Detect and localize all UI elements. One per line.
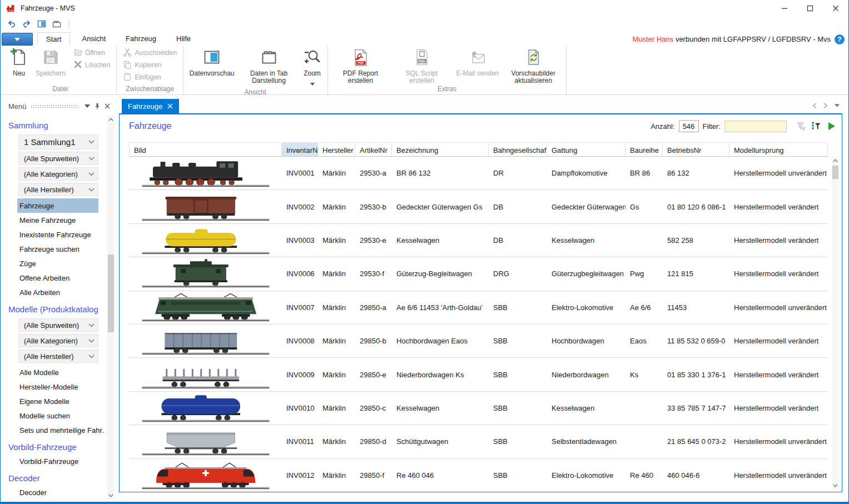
redo-icon[interactable] <box>21 18 32 29</box>
column-label: Bahngesellschaft <box>493 146 547 154</box>
table-row[interactable]: INV0002Märklin29530-bGedeckter Güterwage… <box>129 190 828 223</box>
sidebar-filter-select[interactable]: (Alle Kategorien) <box>18 167 98 181</box>
column-header-bild[interactable]: Bild <box>129 143 282 156</box>
scroll-down-icon[interactable] <box>832 482 839 490</box>
sidebar-item-modelle-suchen[interactable]: Modelle suchen <box>17 408 98 423</box>
help-icon[interactable]: ? <box>835 34 845 44</box>
table-row[interactable]: INV0001Märklin29530-aBR 86 132DRDampflok… <box>129 157 828 190</box>
sidebar-item-decoder[interactable]: Decoder <box>17 485 98 500</box>
column-header-artikelnr[interactable]: ArtikelNr <box>355 143 392 156</box>
pin-icon[interactable] <box>92 101 102 111</box>
column-header-gattung[interactable]: Gattung <box>547 143 625 156</box>
sidebar-scrollbar[interactable] <box>107 116 115 500</box>
column-header-hersteller[interactable]: Hersteller <box>318 143 355 156</box>
vehicle-image-caboose <box>129 257 282 290</box>
sidebar-filter-select[interactable]: 1 Sammlung1 <box>18 134 98 149</box>
filter-settings-icon[interactable] <box>811 121 822 132</box>
sidebar-close-icon[interactable] <box>102 101 112 111</box>
table-row[interactable]: INV0009Märklin29850-eNiederbordwagen KsS… <box>129 358 828 391</box>
sidebar-item-meine-fahrzeuge[interactable]: Meine Fahrzeuge <box>17 213 98 227</box>
sidebar-menu: Sammlung1 Sammlung1(Alle Spurweiten)(All… <box>2 116 107 500</box>
sidebar-filter-select[interactable]: (Alle Kategorien) <box>18 334 98 347</box>
sidebar-item-fahrzeuge-suchen[interactable]: Fahrzeuge suchen <box>17 242 98 256</box>
zoom-button[interactable]: Zoom <box>300 47 325 88</box>
table-row[interactable]: INV0008Märklin29850-bHochbordwagen EaosS… <box>129 325 828 358</box>
tab-scroll-right-icon[interactable] <box>821 101 830 110</box>
column-header-inventarnr[interactable]: InventarNr <box>282 143 318 156</box>
sidebar-filter-select[interactable]: (Alle Hersteller) <box>18 350 98 363</box>
ribbon-tab-start[interactable]: Start <box>37 32 70 46</box>
chevron-down-icon <box>88 339 95 343</box>
sidebar-item-alle-modelle[interactable]: Alle Modelle <box>17 365 98 380</box>
sidebar-item-alle-arbeiten[interactable]: Alle Arbeiten <box>17 285 98 300</box>
ribbon: NeuSpeichernÖffnenLöschenDateiAusschneid… <box>1 46 848 95</box>
cell-inventarnr: INV0009 <box>282 371 318 379</box>
column-header-baureihe[interactable]: Baureihe <box>625 143 663 156</box>
tab-close-icon[interactable] <box>167 103 173 109</box>
column-label: InventarNr <box>286 146 318 154</box>
sidebar-item-eigene-modelle[interactable]: Eigene Modelle <box>17 394 98 408</box>
count-value: 546 <box>679 120 699 132</box>
pdf-report-erstellen-button[interactable]: PDFPDF Report erstellen <box>331 47 391 85</box>
app-menu-button[interactable] <box>2 33 33 46</box>
sidebar-filter-select[interactable]: (Alle Spurweiten) <box>18 152 98 165</box>
column-header-bahngesellschaft[interactable]: Bahngesellschaft <box>489 143 547 156</box>
neu-button[interactable]: Neu <box>7 47 31 78</box>
undo-icon[interactable] <box>6 18 17 29</box>
cell-gattung: Niederbordwagen <box>547 371 625 379</box>
minimize-button[interactable] <box>772 0 797 17</box>
scrollbar-thumb[interactable] <box>832 166 838 179</box>
ribbon-tab-fahrzeug[interactable]: Fahrzeug <box>117 32 165 46</box>
column-header-modellursprung[interactable]: Modellursprung <box>729 143 828 156</box>
connected-user: Muster Hans <box>633 35 674 43</box>
maximize-button[interactable] <box>797 0 823 17</box>
column-header-betriebsnr[interactable]: BetriebsNr <box>663 143 729 156</box>
table-row[interactable]: INV0007Märklin29850-aAe 6/6 11453 'Arth-… <box>129 291 828 325</box>
scroll-down-icon[interactable] <box>107 492 115 500</box>
datenvorschau-button[interactable]: Datenvorschau <box>186 47 238 78</box>
ribbon-tab-hilfe[interactable]: Hilfe <box>168 32 199 46</box>
table-row[interactable]: INV0010Märklin29850-cKesselwagenSBBKesse… <box>129 392 828 425</box>
cell-bahngesellschaft: SBB <box>489 303 547 312</box>
tab-fahrzeuge[interactable]: Fahrzeuge <box>122 99 179 113</box>
cell-bahngesellschaft: DB <box>489 236 547 244</box>
preview-pane-icon[interactable] <box>36 18 47 29</box>
daten-in-tab-darstellung-button[interactable]: Daten in Tab Darstellung <box>239 47 299 85</box>
cell-inventarnr: INV0006 <box>282 270 318 278</box>
dropdown-arrow-icon[interactable] <box>310 78 315 88</box>
close-button[interactable] <box>823 0 848 17</box>
scrollbar-thumb[interactable] <box>108 255 114 332</box>
sidebar-filter-select[interactable]: (Alle Hersteller) <box>18 183 98 196</box>
table-row[interactable]: INV0012Märklin29850-fRe 460 046SBBElektr… <box>129 459 828 491</box>
apply-filter-play-icon[interactable] <box>826 121 837 132</box>
tab-scroll-left-icon[interactable] <box>810 101 819 110</box>
sidebar-item-hersteller-modelle[interactable]: Hersteller-Modelle <box>17 380 98 394</box>
column-header-bezeichnung[interactable]: Bezeichnung <box>392 143 489 156</box>
sidebar-item-fahrzeuge[interactable]: Fahrzeuge <box>17 198 98 213</box>
e-mail-senden-button: E-Mail senden <box>453 47 503 78</box>
cell-modellursprung: Herstellermodell unverändert <box>729 169 828 177</box>
table-row[interactable]: INV0011Märklin29850-dSchüttgutwagenSBBSe… <box>129 425 828 458</box>
filter-input[interactable] <box>724 121 787 132</box>
ribbon-tab-ansicht[interactable]: Ansicht <box>73 32 114 46</box>
sidebar-item-vorbild-fahrzeuge[interactable]: Vorbild-Fahrzeuge <box>17 454 98 468</box>
table-row[interactable]: INV0003Märklin29530-eKesselwagenDBKessel… <box>129 224 828 257</box>
sidebar-item-sets-und-mehrteilige-fahr-[interactable]: Sets und mehrteilige Fahr. <box>17 423 98 437</box>
vorschaubilder-aktualisieren-button[interactable]: Vorschaubilder aktualisieren <box>503 47 563 85</box>
sidebar-filter-select[interactable]: (Alle Spurweiten) <box>18 318 98 332</box>
scroll-up-icon[interactable] <box>832 157 839 164</box>
button-label: E-Mail senden <box>456 70 499 77</box>
cell-bahngesellschaft: SBB <box>489 471 547 480</box>
sidebar-item-inexistente-fahrzeuge[interactable]: Inexistente Fahrzeuge <box>17 227 98 242</box>
table-row[interactable]: INV0006Märklin29530-fGüterzug-Begleitwag… <box>129 257 828 291</box>
sidebar-menu-dropdown-icon[interactable] <box>82 101 92 111</box>
table-scrollbar[interactable] <box>832 157 839 490</box>
sidebar-item-züge[interactable]: Züge <box>17 256 98 271</box>
tab-bar-icon[interactable] <box>51 18 62 29</box>
scroll-up-icon[interactable] <box>107 116 115 123</box>
cell-baureihe: Ae 6/6 <box>625 303 663 312</box>
tab-list-dropdown-icon[interactable] <box>832 101 841 110</box>
cell-gattung: Elektro-Lokomotive <box>547 303 625 312</box>
vehicle-image-gondola <box>129 325 282 357</box>
sidebar-item-offene-arbeiten[interactable]: Offene Arbeiten <box>17 271 98 285</box>
